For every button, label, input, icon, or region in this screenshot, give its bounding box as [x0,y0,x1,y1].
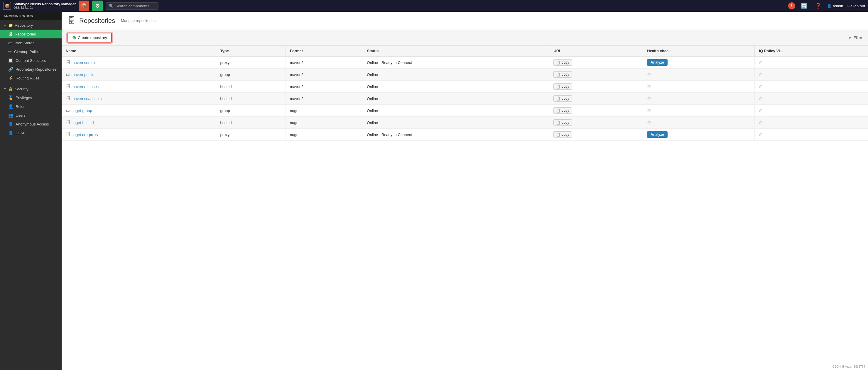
repo-name[interactable]: nuget-group [71,108,92,113]
cell-status: Online [363,93,549,105]
iq-disabled-icon: ⊘ [759,120,763,126]
sidebar-item-repositories[interactable]: 🗄 Repositories [0,30,62,38]
cell-health-check: ⊘ [643,80,755,93]
copy-url-button[interactable]: 📋 copy [553,83,571,90]
analyze-button[interactable]: Analyze [647,59,667,66]
repo-name[interactable]: maven-releases [71,85,99,89]
row-icon: 🗄 [66,132,70,137]
cell-health-check: ⊘ [643,117,755,129]
analyze-button[interactable]: Analyze [647,131,667,138]
cell-type: hosted [216,80,285,93]
sidebar-item-users[interactable]: 👥 Users [0,111,62,120]
col-status: Status [363,46,549,56]
filter-label: Filter [854,35,862,40]
create-repository-button[interactable]: ⊕ Create repository [67,33,112,42]
sidebar-item-cleanup-policies-label: Cleanup Policies [14,49,42,54]
pencil-icon: ✏ [8,49,12,54]
col-iq-policy: IQ Policy Vi... [755,46,868,56]
medal-icon: 🏅 [8,95,13,100]
folder-icon: 📁 [8,23,13,28]
sidebar-item-cleanup-policies[interactable]: ✏ Cleanup Policies [0,47,62,56]
table-row: 🗂 nuget-groupgroupnugetOnline📋 copy⊘⊘ [62,105,868,117]
table-row: 🗂 maven-publicgroupmaven2Online📋 copy⊘⊘ [62,69,868,80]
sidebar-item-privileges-label: Privileges [16,96,32,100]
row-icon: 🗂 [66,72,70,77]
cell-health-check: Analyze [643,56,755,69]
col-format: Format [286,46,363,56]
selector-icon: 🔲 [8,58,13,63]
help-button[interactable]: ❓ [813,1,824,11]
sidebar-item-blob-stores[interactable]: 🗃 Blob Stores [0,38,62,47]
copy-url-button[interactable]: 📋 copy [553,59,571,66]
sidebar-group-repository: ▼ 📁 Repository 🗄 Repositories 🗃 Blob Sto… [0,20,62,83]
page-title: Repositories [79,17,115,25]
cell-status: Online [363,80,549,93]
repo-name[interactable]: maven-public [71,72,94,77]
col-type: Type [216,46,285,56]
cell-url: 📋 copy [549,117,643,129]
user-menu[interactable]: 👤 admin [827,4,843,8]
table-row: 🗄 nuget.org-proxyproxynugetOnline - Read… [62,129,868,141]
cell-iq-policy: ⊘ [755,105,868,117]
cell-format: maven2 [286,93,363,105]
sidebar-item-privileges[interactable]: 🏅 Privileges [0,93,62,102]
sidebar-group-repository-label: Repository [15,23,33,28]
copy-url-button[interactable]: 📋 copy [553,107,571,114]
filter-icon: ▼ [848,35,852,40]
iq-disabled-icon: ⊘ [759,60,763,65]
col-name[interactable]: Name ↑ [62,46,216,56]
navbar: 📦 Sonatype Nexus Repository Manager OSS … [0,0,868,12]
brand-title: Sonatype Nexus Repository Manager [13,2,76,6]
cell-url: 📋 copy [549,93,643,105]
cell-format: nuget [286,105,363,117]
sidebar-group-security-header[interactable]: ▼ 🔒 Security [0,85,62,93]
link-icon: 🔗 [8,67,13,71]
cell-name: 🗄 maven-snapshots [62,93,216,105]
repo-name[interactable]: maven-central [71,60,96,65]
sidebar-item-anonymous-access-label: Anonymous Access [16,122,49,126]
cell-status: Online - Ready to Connect [363,56,549,69]
copy-url-button[interactable]: 📋 copy [553,119,571,126]
cell-type: proxy [216,56,285,69]
signout-label: Sign out [851,4,865,8]
cell-iq-policy: ⊘ [755,93,868,105]
disabled-icon: ⊘ [647,72,651,77]
sidebar-item-proprietary-repositories[interactable]: 🔗 Proprietary Repositories [0,65,62,74]
cell-status: Online [363,69,549,80]
cell-status: Online - Ready to Connect [363,129,549,141]
search-input[interactable] [115,4,153,8]
app-layout: Administration ▼ 📁 Repository 🗄 Reposito… [0,12,868,370]
table-header-row: Name ↑ Type Format Status URL Health che… [62,46,868,56]
chevron-down-icon: ▼ [3,24,6,27]
sidebar-item-routing-rules[interactable]: ⚡ Routing Rules [0,74,62,82]
cell-health-check: ⊘ [643,105,755,117]
admin-section-header: Administration [0,12,62,20]
copy-url-button[interactable]: 📋 copy [553,95,571,102]
clipboard-icon: 📋 [556,97,560,101]
sidebar-item-roles[interactable]: 👤 Roles [0,102,62,111]
repositories-table: Name ↑ Type Format Status URL Health che… [62,46,868,141]
cell-iq-policy: ⊘ [755,117,868,129]
sidebar-group-repository-header[interactable]: ▼ 📁 Repository [0,21,62,30]
cell-type: group [216,105,285,117]
sidebar-item-roles-label: Roles [16,104,25,109]
repo-name[interactable]: nuget-hosted [71,121,94,125]
table-row: 🗄 maven-snapshotshostedmaven2Online📋 cop… [62,93,868,105]
copy-url-button[interactable]: 📋 copy [553,71,571,78]
ldap-icon: 👤 [8,131,13,135]
search-icon: 🔍 [109,4,114,8]
disabled-icon: ⊘ [647,96,651,101]
copy-url-button[interactable]: 📋 copy [553,131,571,138]
repo-name[interactable]: maven-snapshots [71,97,102,101]
admin-button[interactable]: ⚙ [92,1,103,11]
sidebar-item-ldap[interactable]: 👤 LDAP [0,128,62,137]
browse-button[interactable]: 📦 [79,1,89,11]
page-header: 🗄 Repositories Manage repositories [62,12,868,30]
alert-badge[interactable]: ! [788,2,795,9]
sidebar-item-anonymous-access[interactable]: 👤 Anonymous Access [0,120,62,128]
signout-button[interactable]: ↪ Sign out [846,4,865,8]
repo-name[interactable]: nuget.org-proxy [71,133,98,137]
sidebar-item-content-selectors[interactable]: 🔲 Content Selectors [0,56,62,65]
refresh-button[interactable]: 🔄 [799,1,809,11]
sidebar-group-security: ▼ 🔒 Security 🏅 Privileges 👤 Roles 👥 User… [0,83,62,138]
